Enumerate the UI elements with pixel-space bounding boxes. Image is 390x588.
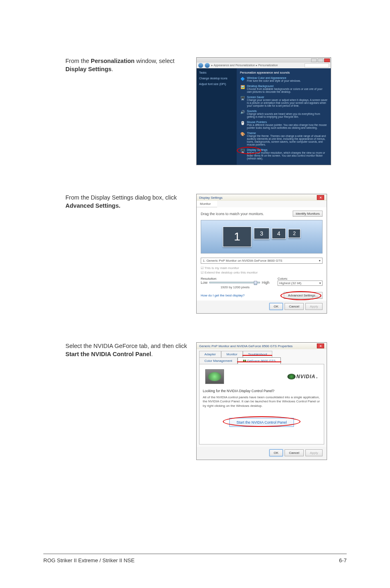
monitor-arrangement[interactable]: 1 3 4 2	[201, 220, 323, 254]
highlight-line-icon	[237, 361, 281, 362]
main-monitor-checkbox[interactable]: ☑ This is my main monitor	[201, 266, 323, 270]
panel-heading: Personalize appearance and sounds	[240, 71, 327, 74]
maximize-button[interactable]	[318, 58, 323, 62]
help-link[interactable]: How do I get the best display?	[201, 294, 244, 297]
gpu-chip-icon	[205, 369, 224, 384]
step1-text: From the Personalization window, select …	[65, 57, 188, 73]
monitor-4[interactable]: 4	[272, 228, 286, 239]
start-nvidia-button[interactable]: Start the NVIDIA Control Panel	[229, 418, 294, 427]
monitor-2[interactable]: 2	[288, 229, 300, 238]
chevron-down-icon: ▾	[319, 281, 321, 285]
resolution-label: Resolution:	[201, 277, 269, 281]
sidebar-link[interactable]: Change desktop icons	[199, 76, 234, 81]
footer-left: ROG Striker II Extreme / Striker II NSE	[43, 557, 134, 563]
toolbar: ▸ Appearance and Personalization ▸ Perso…	[197, 63, 331, 68]
window-title: Display Settings	[199, 196, 222, 200]
window-title: Generic PnP Monitor and NVIDIA GeForce 8…	[199, 344, 293, 348]
geforce-properties-window: Generic PnP Monitor and NVIDIA GeForce 8…	[196, 342, 327, 460]
step2-text: From the Display Settings dialog box, cl…	[65, 194, 188, 210]
sidebar-link[interactable]: Adjust font size (DPI)	[199, 82, 234, 86]
search-input[interactable]	[305, 63, 329, 67]
picture-icon: 🖼️	[240, 85, 245, 90]
tab-monitor[interactable]: Monitor	[221, 351, 243, 357]
display-settings-window: Display Settings ✕ Monitor Drag the icon…	[196, 194, 327, 314]
footer-right: 6-7	[339, 557, 347, 563]
heading-question: Looking for the NVIDIA Display Control P…	[203, 389, 321, 393]
slider-high-label: High	[262, 281, 269, 285]
close-button[interactable]: ✕	[317, 343, 324, 348]
nvidia-eye-icon	[287, 374, 296, 379]
step3-text: Select the NVIDIA GeForce tab, and then …	[65, 342, 188, 358]
colors-select[interactable]: Highest (32 bit)▾	[278, 281, 323, 286]
personalization-window: ▸ Appearance and Personalization ▸ Perso…	[196, 57, 331, 165]
tab-monitor[interactable]: Monitor	[197, 201, 217, 207]
minimize-button[interactable]	[311, 58, 317, 62]
display-icon: 🖥️	[240, 148, 245, 153]
item-mouse-pointers[interactable]: 🖱️ Mouse PointersPick a different mouse …	[240, 121, 327, 129]
window-titlebar: Display Settings ✕	[197, 194, 327, 201]
apply-button[interactable]: Apply	[305, 449, 323, 456]
tab-color-management[interactable]: Color Management	[199, 357, 238, 364]
window-titlebar	[197, 58, 331, 63]
chevron-down-icon: ▾	[319, 259, 321, 263]
forward-button[interactable]	[205, 63, 210, 68]
slider-low-label: Low	[201, 281, 208, 285]
palette-icon: 🔷	[240, 76, 245, 81]
monitor-icon: 🖥️	[240, 96, 245, 101]
speaker-icon: 🔊	[240, 110, 245, 114]
tab-troubleshoot[interactable]: Troubleshoot	[243, 351, 272, 357]
item-desktop-bg[interactable]: 🖼️ Desktop BackgroundChoose from availab…	[240, 85, 327, 93]
colors-label: Colors:	[278, 277, 323, 281]
item-display-settings[interactable]: 🖥️ Display SettingsAdjust your monitor r…	[240, 148, 327, 160]
item-theme[interactable]: 🎨 ThemeChange the theme. Themes can chan…	[240, 132, 327, 146]
cancel-button[interactable]: Cancel	[285, 303, 304, 310]
nvidia-logo: NVIDIA.	[287, 374, 318, 379]
advanced-settings-button[interactable]: Advanced Settings...	[284, 292, 323, 299]
sidebar-heading: Tasks	[199, 71, 234, 75]
apply-button[interactable]: Apply	[305, 303, 323, 310]
breadcrumb[interactable]: ▸ Appearance and Personalization ▸ Perso…	[211, 64, 303, 67]
theme-icon: 🎨	[240, 132, 245, 137]
cancel-button[interactable]: Cancel	[285, 449, 304, 456]
item-sounds[interactable]: 🔊 SoundsChange which sounds are heard wh…	[240, 110, 327, 118]
page-footer: ROG Striker II Extreme / Striker II NSE …	[43, 554, 347, 563]
item-screensaver[interactable]: 🖥️ Screen SaverChange your screen saver …	[240, 96, 327, 107]
resolution-slider[interactable]	[209, 282, 260, 283]
ok-button[interactable]: OK	[269, 303, 283, 310]
identify-monitors-button[interactable]: Identify Monitors	[293, 211, 323, 217]
cursor-icon: 🖱️	[240, 121, 245, 126]
description-text: All of the NVIDIA control panels have be…	[203, 395, 321, 408]
highlight-line-icon	[242, 355, 272, 356]
close-button[interactable]: ✕	[317, 195, 324, 200]
ok-button[interactable]: OK	[269, 449, 283, 456]
resolution-value: 1920 by 1200 pixels	[201, 285, 269, 289]
main-panel: Personalize appearance and sounds 🔷 Wind…	[237, 68, 331, 165]
item-window-color[interactable]: 🔷 Window Color and AppearanceFine tune t…	[240, 76, 327, 82]
monitor-select[interactable]: 1. Generic PnP Monitor on NVIDIA GeForce…	[201, 258, 323, 264]
sidebar: Tasks Change desktop icons Adjust font s…	[197, 68, 237, 165]
monitor-1[interactable]: 1	[223, 227, 251, 247]
tab-geforce[interactable]: ▮▮ GeForce 8600 GTS	[238, 357, 281, 364]
window-titlebar: Generic PnP Monitor and NVIDIA GeForce 8…	[197, 343, 327, 349]
tab-adapter[interactable]: Adapter	[199, 351, 221, 357]
drag-instruction: Drag the icons to match your monitors.	[201, 212, 264, 216]
monitor-3[interactable]: 3	[254, 228, 269, 239]
extend-desktop-checkbox[interactable]: ☑ Extend the desktop onto this monitor	[201, 271, 323, 274]
close-button[interactable]	[324, 58, 330, 62]
back-button[interactable]	[198, 63, 203, 68]
